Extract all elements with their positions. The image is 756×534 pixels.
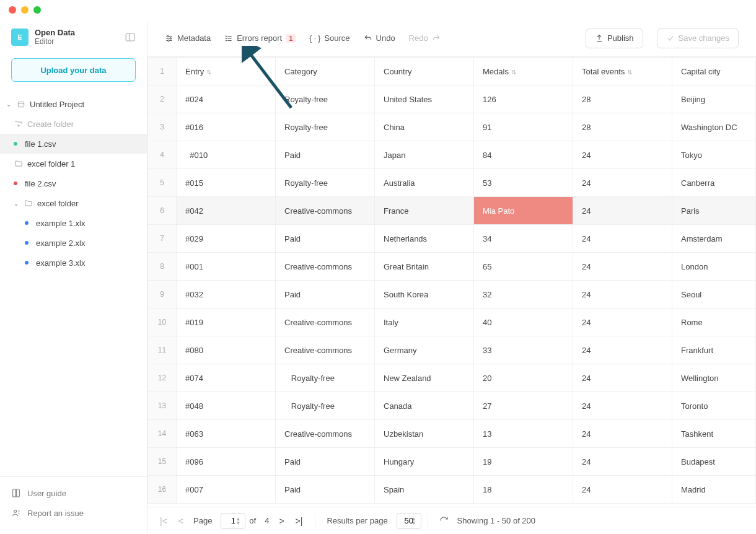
cell-category[interactable]: Creative-commons (276, 420, 375, 448)
cell-rownum[interactable]: 13 (148, 392, 177, 420)
cell-category[interactable]: Paid (276, 281, 375, 309)
cell-category[interactable]: Creative-commons (276, 253, 375, 281)
header-category[interactable]: Category (276, 58, 375, 85)
cell-entry[interactable]: #042 (177, 197, 276, 225)
cell-events[interactable]: 24 (573, 420, 672, 448)
cell-medals[interactable]: 84 (474, 141, 573, 169)
user-guide-link[interactable]: User guide (0, 483, 147, 503)
cell-events[interactable]: 24 (573, 197, 672, 225)
table-row[interactable]: 9#032PaidSouth Korea3224Seoul (148, 281, 756, 309)
cell-city[interactable]: Madrid (672, 476, 756, 504)
cell-country[interactable]: Australia (375, 169, 474, 197)
cell-rownum[interactable]: 2 (148, 85, 177, 113)
cell-category[interactable]: Royalty-free (276, 392, 375, 420)
cell-medals[interactable]: 13 (474, 420, 573, 448)
window-minimize-dot[interactable] (21, 6, 29, 14)
create-folder[interactable]: Create folder (0, 114, 147, 134)
source-button[interactable]: { · } Source (309, 33, 349, 43)
cell-events[interactable]: 24 (573, 364, 672, 392)
table-row[interactable]: 14#063Creative-commonsUzbekistan1324Tash… (148, 420, 756, 448)
prev-page-button[interactable]: < (177, 516, 185, 526)
cell-category[interactable]: Paid (276, 141, 375, 169)
cell-entry[interactable]: #016 (177, 113, 276, 141)
header-medals[interactable]: Medals⇅ (474, 58, 573, 85)
cell-medals[interactable]: 34 (474, 225, 573, 253)
publish-button[interactable]: Publish (586, 28, 643, 48)
page-stepper-arrows[interactable]: ▲▼ (235, 517, 240, 525)
cell-rownum[interactable]: 12 (148, 364, 177, 392)
per-page-stepper-arrows[interactable]: ▲▼ (411, 517, 416, 525)
cell-events[interactable]: 28 (573, 85, 672, 113)
cell-category[interactable]: Royalty-free (276, 113, 375, 141)
cell-country[interactable]: France (375, 197, 474, 225)
errors-report-button[interactable]: Errors report 1 (224, 33, 296, 43)
tree-file[interactable]: example 2.xlx (0, 233, 147, 253)
cell-entry[interactable]: #015 (177, 169, 276, 197)
cell-country[interactable]: Germany (375, 336, 474, 364)
cell-rownum[interactable]: 10 (148, 309, 177, 336)
header-entry[interactable]: Entry⇅ (177, 58, 276, 85)
cell-medals[interactable]: 27 (474, 392, 573, 420)
cell-country[interactable]: Japan (375, 141, 474, 169)
cell-medals[interactable]: 33 (474, 336, 573, 364)
table-row[interactable]: 5#015Royalty-freeAustralia5324Canberra (148, 169, 756, 197)
cell-category[interactable]: Creative-commons (276, 309, 375, 336)
cell-entry[interactable]: #048 (177, 392, 276, 420)
tree-file[interactable]: example 1.xlx (0, 213, 147, 233)
cell-events[interactable]: 24 (573, 141, 672, 169)
cell-medals[interactable]: 91 (474, 113, 573, 141)
cell-country[interactable]: China (375, 113, 474, 141)
cell-country[interactable]: Hungary (375, 448, 474, 476)
cell-country[interactable]: Uzbekistan (375, 420, 474, 448)
cell-rownum[interactable]: 11 (148, 336, 177, 364)
cell-country[interactable]: Spain (375, 476, 474, 504)
cell-entry[interactable]: #010 (177, 141, 276, 169)
tree-folder[interactable]: excel folder 1 (0, 154, 147, 173)
window-maximize-dot[interactable] (33, 6, 41, 14)
cell-entry[interactable]: #007 (177, 476, 276, 504)
cell-category[interactable]: Royalty-free (276, 364, 375, 392)
cell-entry[interactable]: #001 (177, 253, 276, 281)
cell-rownum[interactable]: 8 (148, 253, 177, 281)
undo-button[interactable]: Undo (364, 33, 395, 43)
cell-medals[interactable]: Mia Pato (474, 197, 573, 225)
cell-city[interactable]: Washington DC (672, 113, 756, 141)
header-city[interactable]: Capital city (672, 58, 756, 85)
table-row[interactable]: 3#016Royalty-freeChina9128Washington DC (148, 113, 756, 141)
cell-entry[interactable]: #019 (177, 309, 276, 336)
cell-country[interactable]: Netherlands (375, 225, 474, 253)
cell-medals[interactable]: 53 (474, 169, 573, 197)
window-close-dot[interactable] (9, 6, 16, 14)
cell-events[interactable]: 24 (573, 336, 672, 364)
cell-city[interactable]: Toronto (672, 392, 756, 420)
cell-rownum[interactable]: 5 (148, 169, 177, 197)
cell-category[interactable]: Royalty-free (276, 169, 375, 197)
cell-category[interactable]: Paid (276, 476, 375, 504)
cell-medals[interactable]: 20 (474, 364, 573, 392)
cell-events[interactable]: 24 (573, 448, 672, 476)
cell-medals[interactable]: 32 (474, 281, 573, 309)
cell-events[interactable]: 24 (573, 392, 672, 420)
cell-medals[interactable]: 65 (474, 253, 573, 281)
cell-medals[interactable]: 18 (474, 476, 573, 504)
cell-city[interactable]: London (672, 253, 756, 281)
cell-entry[interactable]: #080 (177, 336, 276, 364)
cell-entry[interactable]: #032 (177, 281, 276, 309)
cell-rownum[interactable]: 9 (148, 281, 177, 309)
cell-country[interactable]: South Korea (375, 281, 474, 309)
table-row[interactable]: 10#019Creative-commonsItaly4024Rome (148, 309, 756, 336)
cell-rownum[interactable]: 6 (148, 197, 177, 225)
cell-events[interactable]: 24 (573, 169, 672, 197)
tree-file[interactable]: example 3.xlx (0, 253, 147, 273)
cell-city[interactable]: Seoul (672, 281, 756, 309)
cell-city[interactable]: Budapest (672, 448, 756, 476)
cell-city[interactable]: Tokyo (672, 141, 756, 169)
tree-file[interactable]: file 2.csv (0, 173, 147, 193)
cell-city[interactable]: Canberra (672, 169, 756, 197)
cell-entry[interactable]: #096 (177, 448, 276, 476)
cell-rownum[interactable]: 4 (148, 141, 177, 169)
cell-city[interactable]: Frankfurt (672, 336, 756, 364)
cell-medals[interactable]: 126 (474, 85, 573, 113)
cell-category[interactable]: Paid (276, 225, 375, 253)
cell-country[interactable]: Canada (375, 392, 474, 420)
